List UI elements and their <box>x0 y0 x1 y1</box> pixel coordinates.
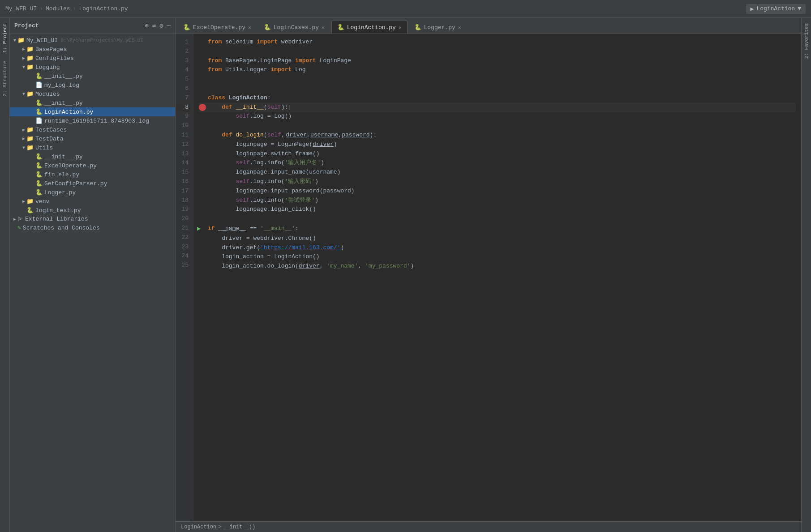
line-numbers: 1 2 3 4 5 6 7 8 9 10 11 12 13 14 15 16 1… <box>176 34 193 521</box>
sync-icon[interactable]: ⇄ <box>152 22 156 30</box>
panel-header: Project ⊕ ⇄ ⚙ — <box>10 18 175 34</box>
code-line-2 <box>199 47 796 56</box>
tree-label: __init__.py <box>44 73 83 80</box>
tree-item-exceloperate[interactable]: ▶ 🐍 ExcelOperate.py <box>10 161 175 170</box>
titlebar-breadcrumb: My_WEB_UI › Modules › LoginAction.py <box>5 5 128 12</box>
code-line-17: loginpage.input_password(password) <box>199 187 796 196</box>
tree-item-venv[interactable]: ▶ 📁 venv <box>10 197 175 206</box>
py-icon: 🐍 <box>264 24 271 31</box>
close-icon[interactable]: ✕ <box>399 25 402 30</box>
sep1: › <box>39 5 43 12</box>
line-num: 18 <box>176 196 190 205</box>
tree-item-getconfigparser[interactable]: ▶ 🐍 GetConfigParser.py <box>10 179 175 188</box>
tree-item-init-modules[interactable]: ▶ 🐍 __init__.py <box>10 98 175 107</box>
tree-item-external-libs[interactable]: ▶ ⫸ External Libraries <box>10 215 175 223</box>
code-line-25: login_action.do_login(driver, 'my_name',… <box>199 262 796 271</box>
file-label: LoginAction.py <box>79 5 128 12</box>
line-num: 12 <box>176 140 190 149</box>
tab-loginaction[interactable]: 🐍 LoginAction.py ✕ <box>331 21 408 34</box>
close-icon[interactable]: ✕ <box>248 25 251 30</box>
py-icon: 🐍 <box>35 180 43 187</box>
tab-logincases[interactable]: 🐍 LoginCases.py ✕ <box>258 21 330 34</box>
new-file-icon[interactable]: ⊕ <box>145 22 148 30</box>
panel-title: Project <box>14 22 141 29</box>
folder-icon: 📁 <box>26 135 34 142</box>
modules-label: Modules <box>46 5 70 12</box>
py-icon: 🐍 <box>35 153 43 160</box>
tab-exceloperate[interactable]: 🐍 ExcelOperate.py ✕ <box>177 21 257 34</box>
folder-icon: 📁 <box>26 55 34 62</box>
line-num: 15 <box>176 168 190 177</box>
line-num: 16 <box>176 177 190 187</box>
line-num: 7 <box>176 94 190 103</box>
tree-label: GetConfigParser.py <box>44 180 107 187</box>
py-icon: 🐍 <box>35 189 43 196</box>
breadcrumb-sep: > <box>218 524 221 530</box>
py-icon: 🐍 <box>35 108 43 115</box>
folder-icon: 📁 <box>26 90 34 98</box>
py-icon: 🐍 <box>183 24 190 31</box>
code-line-6 <box>199 84 796 94</box>
tree-item-init-utils[interactable]: ▶ 🐍 __init__.py <box>10 152 175 161</box>
tree-item-logger[interactable]: ▶ 🐍 Logger.py <box>10 188 175 197</box>
tree-item-loginaction[interactable]: ▶ 🐍 LoginAction.py <box>10 107 175 116</box>
tree-item-init-logging[interactable]: ▶ 🐍 __init__.py <box>10 72 175 81</box>
tree-label: venv <box>35 198 49 205</box>
chevron-down-icon: ▼ <box>798 5 801 12</box>
py-icon: 🐍 <box>35 99 43 106</box>
tree-item-configfiles[interactable]: ▶ 📁 ConfigFiles <box>10 54 175 63</box>
tree-item-mylog[interactable]: ▶ 📄 my_log.log <box>10 81 175 89</box>
tree-item-logging[interactable]: ▼ 📁 Logging <box>10 63 175 72</box>
run-config-name: LoginAction <box>756 5 795 12</box>
close-icon[interactable]: ✕ <box>458 25 461 30</box>
run-config-button[interactable]: ▶ LoginAction ▼ <box>746 4 806 14</box>
tree-item-finele[interactable]: ▶ 🐍 fin_ele.py <box>10 170 175 179</box>
right-tab-favorites[interactable]: 2: Favorites <box>802 20 811 62</box>
titlebar: My_WEB_UI › Modules › LoginAction.py ▶ L… <box>0 0 811 18</box>
tree-item-modules[interactable]: ▼ 📁 Modules <box>10 89 175 98</box>
folder-icon: 📁 <box>26 126 34 133</box>
line-num: 1 <box>176 38 190 47</box>
line-num: 14 <box>176 158 190 168</box>
tree-label: my_log.log <box>44 82 79 89</box>
tab-logger[interactable]: 🐍 Logger.py ✕ <box>408 21 467 34</box>
arrow-icon: ▶ <box>22 55 25 61</box>
tree-item-runtime-log[interactable]: ▶ 📄 runtime_1619615711.8748903.log <box>10 116 175 125</box>
py-icon: 🐍 <box>414 24 421 31</box>
tree-item-testdata[interactable]: ▶ 📁 TestData <box>10 134 175 143</box>
panel-icons: ⊕ ⇄ ⚙ — <box>145 22 171 30</box>
code-line-3: from BasePages.LoginPage import LoginPag… <box>199 56 796 66</box>
tree-label: TestCases <box>35 127 67 133</box>
breakpoint[interactable] <box>199 104 206 111</box>
sidebar-item-structure[interactable]: 2: Structure <box>1 57 9 100</box>
line-num: 5 <box>176 75 190 84</box>
code-content[interactable]: from selenium import webdriver from Base… <box>193 34 801 521</box>
library-icon: ⫸ <box>17 216 23 222</box>
code-line-18: self.log.info('尝试登录') <box>199 196 796 205</box>
tree-item-scratches[interactable]: ▶ ✎ Scratches and Consoles <box>10 223 175 232</box>
tree-label: Logging <box>35 64 60 71</box>
close-icon[interactable]: ✕ <box>322 25 325 30</box>
tree-label: ConfigFiles <box>35 55 74 62</box>
tree-label: TestData <box>35 136 63 142</box>
tree-label: login_test.py <box>35 207 81 214</box>
settings-icon[interactable]: ⚙ <box>159 22 163 30</box>
tree-item-utils[interactable]: ▼ 📁 Utils <box>10 143 175 152</box>
tree-label: __init__.py <box>44 100 83 106</box>
line-num: 4 <box>176 65 190 75</box>
tab-label: ExcelOperate.py <box>193 24 245 31</box>
minimize-icon[interactable]: — <box>167 22 171 30</box>
sidebar-item-project[interactable]: 1: Project <box>1 20 9 56</box>
code-editor[interactable]: 1 2 3 4 5 6 7 8 9 10 11 12 13 14 15 16 1… <box>176 34 801 521</box>
tree-item-basepages[interactable]: ▶ 📁 BasePages <box>10 45 175 54</box>
main-container: 1: Project 2: Structure Project ⊕ ⇄ ⚙ — … <box>0 18 811 532</box>
tree-label: Scratches and Consoles <box>23 225 100 231</box>
scratch-icon: ✎ <box>17 224 21 231</box>
tree-item-root[interactable]: ▼ 📁 My_WEB_UI D:\PycharmProjects\My_WEB_… <box>10 36 175 45</box>
run-arrow-icon: ▶ <box>197 225 201 232</box>
tree-item-logintest[interactable]: ▶ 🐍 login_test.py <box>10 206 175 215</box>
tree-item-testcases[interactable]: ▶ 📁 TestCases <box>10 125 175 134</box>
code-line-20 <box>199 214 796 224</box>
py-icon: 🐍 <box>35 162 43 169</box>
code-line-12: loginpage = LoginPage(driver) <box>199 140 796 149</box>
